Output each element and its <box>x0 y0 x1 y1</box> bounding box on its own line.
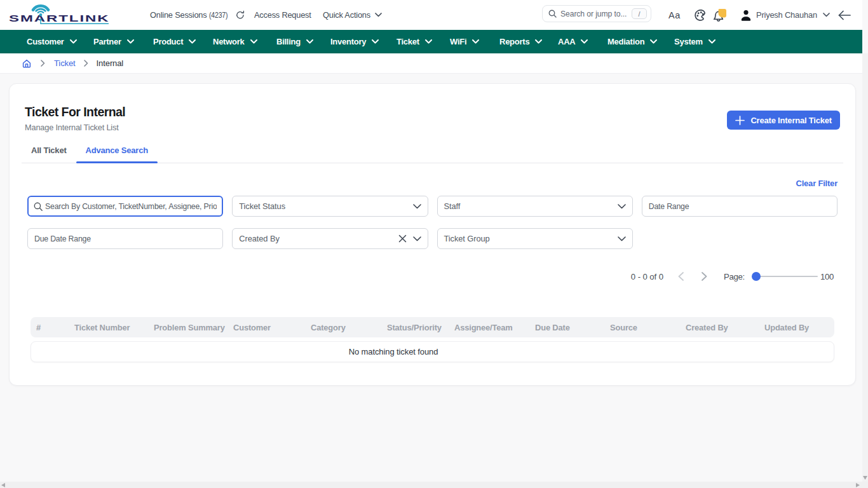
nav-item-aaa[interactable]: AAA <box>558 30 588 53</box>
user-menu[interactable]: Priyesh Chauhan <box>756 0 830 30</box>
global-search[interactable]: / <box>542 5 651 22</box>
chevron-down-icon <box>425 39 432 44</box>
theme-palette-icon[interactable] <box>694 0 707 30</box>
date-range-input[interactable] <box>649 202 831 211</box>
chevron-right-icon <box>41 60 45 67</box>
nav-item-label: Mediation <box>607 37 644 46</box>
page-title: Ticket For Internal <box>25 105 125 119</box>
chevron-down-icon <box>535 39 542 44</box>
quick-actions-menu[interactable]: Quick Actions <box>323 0 382 30</box>
refresh-icon[interactable] <box>236 0 245 30</box>
column-header[interactable]: Customer <box>233 317 271 337</box>
ticket-group-select[interactable]: Ticket Group <box>437 228 633 249</box>
notifications-bell-icon[interactable] <box>712 0 727 30</box>
column-header[interactable]: Problem Summary <box>154 317 225 337</box>
next-page-button[interactable] <box>702 272 707 281</box>
chevron-down-icon <box>189 39 196 44</box>
font-size-toggle[interactable]: Aa <box>668 0 681 30</box>
date-range-field[interactable] <box>642 196 837 217</box>
scroll-right-arrow-icon[interactable] <box>856 483 860 487</box>
clear-filter-row: Clear Filter <box>27 179 837 188</box>
chevron-down-icon <box>650 39 657 44</box>
column-header[interactable]: Category <box>311 317 346 337</box>
clear-x-icon[interactable] <box>398 234 407 243</box>
back-arrow-icon[interactable] <box>838 0 851 30</box>
nav-item-billing[interactable]: Billing <box>276 30 313 53</box>
column-header[interactable]: Ticket Number <box>74 317 130 337</box>
column-header[interactable]: # <box>36 317 41 337</box>
breadcrumb: Ticket Internal <box>0 53 862 74</box>
page-size-value: 100 <box>820 272 834 281</box>
nav-item-customer[interactable]: Customer <box>27 30 77 53</box>
user-avatar-icon[interactable] <box>740 0 752 30</box>
slider-thumb[interactable] <box>752 272 761 281</box>
nav-item-network[interactable]: Network <box>213 30 257 53</box>
ticket-status-select[interactable]: Ticket Status <box>232 196 428 217</box>
ticket-search-field[interactable] <box>27 196 223 217</box>
created-by-select[interactable]: Created By <box>232 228 428 249</box>
horizontal-scrollbar[interactable] <box>0 482 868 488</box>
field-label: Ticket Status <box>239 201 407 211</box>
nav-item-inventory[interactable]: Inventory <box>330 30 379 53</box>
chevron-down-icon <box>70 39 77 44</box>
due-date-range-input[interactable] <box>34 234 216 243</box>
column-header[interactable]: Created By <box>686 317 728 337</box>
chevron-down-icon <box>250 39 257 44</box>
column-header[interactable]: Due Date <box>535 317 570 337</box>
page-content: Ticket For Internal Manage Internal Tick… <box>0 74 862 386</box>
chevron-down-icon <box>306 39 313 44</box>
due-date-range-field[interactable] <box>27 228 223 249</box>
search-input[interactable] <box>560 10 628 18</box>
online-sessions-link[interactable]: Online Sessions (4237) <box>150 0 232 30</box>
column-header[interactable]: Source <box>610 317 637 337</box>
ticket-search-input[interactable] <box>45 202 217 211</box>
nav-item-product[interactable]: Product <box>153 30 196 53</box>
staff-select[interactable]: Staff <box>437 196 633 217</box>
chevron-down-icon <box>413 236 421 241</box>
create-internal-ticket-button[interactable]: Create Internal Ticket <box>727 111 840 130</box>
slider-track[interactable] <box>752 276 818 277</box>
empty-message: No matching ticket found <box>31 342 756 362</box>
pagination-range: 0 - 0 of 0 <box>631 272 663 281</box>
column-header[interactable]: Assignee/Team <box>454 317 513 337</box>
page-size-slider[interactable] <box>752 272 818 281</box>
table-empty-row: No matching ticket found <box>31 341 834 362</box>
access-request-link[interactable]: Access Request <box>254 0 311 30</box>
topbar: SMARTLINK Online Sessions (4237) Access … <box>0 0 862 30</box>
page-subtitle: Manage Internal Ticket List <box>25 123 125 132</box>
filters: Ticket Status Staff <box>27 196 837 249</box>
vertical-scrollbar[interactable] <box>862 53 868 482</box>
chevron-down-icon <box>618 236 626 241</box>
chevron-down-icon <box>413 204 421 209</box>
column-header[interactable]: Status/Priority <box>387 317 442 337</box>
chevron-right-icon <box>84 60 88 67</box>
column-header[interactable]: Updated By <box>764 317 809 337</box>
breadcrumb-ticket-link[interactable]: Ticket <box>54 58 76 68</box>
field-label: Ticket Group <box>444 234 613 243</box>
nav-item-ticket[interactable]: Ticket <box>397 30 432 53</box>
ticket-table: #Ticket NumberProblem SummaryCustomerCat… <box>31 317 834 362</box>
scroll-down-arrow-icon[interactable] <box>863 476 867 480</box>
previous-page-button[interactable] <box>678 272 684 281</box>
ticket-card: Ticket For Internal Manage Internal Tick… <box>9 83 856 386</box>
pagination: 0 - 0 of 0 Page: 100 <box>27 270 834 283</box>
tab-all-ticket[interactable]: All Ticket <box>22 146 76 163</box>
nav-item-system[interactable]: System <box>674 30 715 53</box>
scroll-left-arrow-icon[interactable] <box>1 483 5 487</box>
nav-item-label: AAA <box>558 37 575 46</box>
nav-item-label: Billing <box>276 37 301 46</box>
online-sessions-label: Online Sessions <box>150 10 207 20</box>
tab-advance-search[interactable]: Advance Search <box>76 146 158 163</box>
smartlink-logo[interactable]: SMARTLINK <box>9 3 109 27</box>
app-viewport: SMARTLINK Online Sessions (4237) Access … <box>0 0 862 482</box>
home-icon[interactable] <box>22 59 31 68</box>
breadcrumb-current: Internal <box>97 58 124 68</box>
nav-item-mediation[interactable]: Mediation <box>607 30 657 53</box>
chevron-down-icon <box>581 39 588 44</box>
nav-item-reports[interactable]: Reports <box>499 30 542 53</box>
nav-item-label: Inventory <box>330 37 366 46</box>
nav-item-partner[interactable]: Partner <box>93 30 134 53</box>
clear-filter-link[interactable]: Clear Filter <box>796 179 837 188</box>
chevron-down-icon <box>372 39 379 44</box>
nav-item-wifi[interactable]: WiFi <box>450 30 479 53</box>
